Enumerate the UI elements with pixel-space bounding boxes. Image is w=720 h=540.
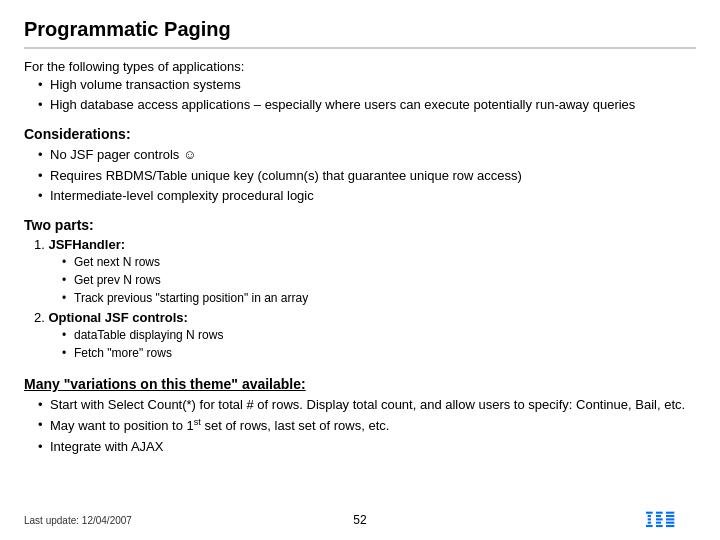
svg-rect-10	[666, 512, 674, 514]
svg-rect-0	[646, 512, 653, 514]
intro-list: High volume transaction systems High dat…	[24, 76, 696, 114]
many-variations-header: Many "variations on this theme" availabl…	[24, 376, 696, 392]
numbered-list: 1. JSFHandler: Get next N rows Get prev …	[24, 237, 696, 362]
list-item: No JSF pager controls ☺	[38, 146, 696, 164]
list-item: High volume transaction systems	[38, 76, 696, 94]
intro-label: For the following types of applications:	[24, 59, 696, 74]
list-item: High database access applications – espe…	[38, 96, 696, 114]
numbered-item-label: Optional JSF controls:	[48, 310, 187, 325]
svg-rect-11	[666, 515, 674, 517]
svg-rect-6	[656, 515, 661, 517]
sub-list-2: dataTable displaying N rows Fetch "more"…	[34, 327, 696, 362]
many-item-2b: set of rows, last set of rows, etc.	[201, 418, 390, 433]
intro-section: For the following types of applications:…	[24, 59, 696, 116]
many-variations-list: Start with Select Count(*) for total # o…	[24, 396, 696, 456]
svg-rect-8	[656, 522, 661, 524]
numbered-item-1: 1. JSFHandler: Get next N rows Get prev …	[34, 237, 696, 306]
list-item: dataTable displaying N rows	[62, 327, 696, 344]
page-title: Programmatic Paging	[24, 18, 696, 49]
considerations-list: No JSF pager controls ☺ Requires RBDMS/T…	[24, 146, 696, 205]
list-item: Start with Select Count(*) for total # o…	[38, 396, 696, 414]
svg-rect-9	[656, 525, 663, 527]
numbered-item-2: 2. Optional JSF controls: dataTable disp…	[34, 310, 696, 362]
footer: Last update: 12/04/2007 52	[24, 510, 696, 530]
footer-page-number: 52	[353, 513, 366, 527]
superscript-st: st	[194, 417, 201, 427]
list-item: Get next N rows	[62, 254, 696, 271]
list-item: May want to position to 1st set of rows,…	[38, 416, 696, 436]
many-item-2a: May want to position to 1	[50, 418, 194, 433]
many-variations-section: Many "variations on this theme" availabl…	[24, 376, 696, 458]
ibm-logo	[646, 510, 696, 530]
numbered-item-number: 2.	[34, 310, 48, 325]
footer-last-update: Last update: 12/04/2007	[24, 515, 132, 526]
numbered-item-label: JSFHandler:	[48, 237, 125, 252]
sub-list-1: Get next N rows Get prev N rows Track pr…	[34, 254, 696, 306]
numbered-item-number: 1.	[34, 237, 48, 252]
svg-rect-5	[656, 512, 663, 514]
many-variations-header-text: Many "variations on this theme" availabl…	[24, 376, 306, 392]
list-item: Intermediate-level complexity procedural…	[38, 187, 696, 205]
page-container: Programmatic Paging For the following ty…	[0, 0, 720, 540]
svg-rect-13	[666, 522, 674, 524]
two-parts-section: Two parts: 1. JSFHandler: Get next N row…	[24, 217, 696, 366]
svg-rect-7	[656, 518, 663, 520]
svg-rect-4	[646, 525, 653, 527]
considerations-header: Considerations:	[24, 126, 696, 142]
list-item: Get prev N rows	[62, 272, 696, 289]
svg-rect-14	[666, 525, 674, 527]
svg-rect-2	[648, 518, 651, 520]
many-item-1: Start with Select Count(*) for total # o…	[50, 397, 685, 412]
list-item: Requires RBDMS/Table unique key (column(…	[38, 167, 696, 185]
ibm-logo-svg	[646, 510, 696, 530]
two-parts-header: Two parts:	[24, 217, 696, 233]
svg-rect-12	[666, 518, 674, 520]
list-item: Fetch "more" rows	[62, 345, 696, 362]
svg-rect-1	[648, 515, 651, 517]
svg-rect-3	[648, 522, 651, 524]
list-item: Integrate with AJAX	[38, 438, 696, 456]
list-item: Track previous "starting position" in an…	[62, 290, 696, 307]
considerations-section: Considerations: No JSF pager controls ☺ …	[24, 126, 696, 207]
